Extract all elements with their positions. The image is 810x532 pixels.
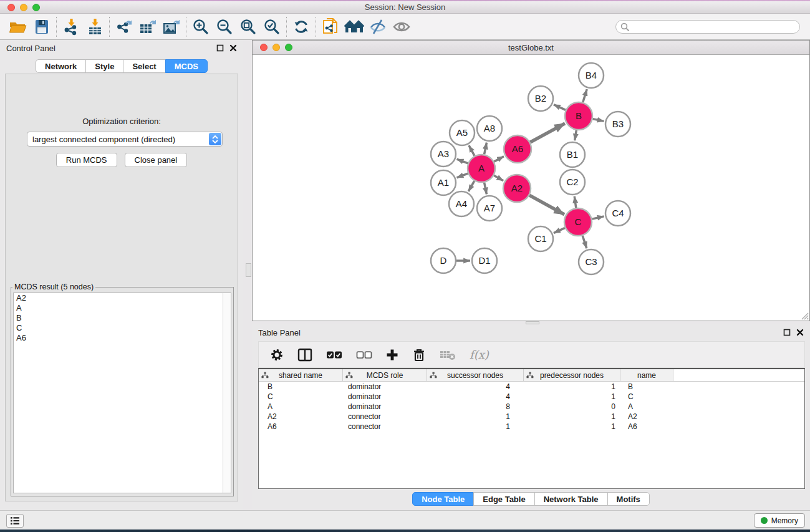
show-columns-button[interactable]	[297, 348, 312, 362]
import-network-button[interactable]	[59, 16, 83, 38]
maximize-network-button[interactable]	[285, 44, 292, 51]
table-row[interactable]: A2 connector 1 1 A2	[259, 412, 804, 422]
toolbar-separator	[286, 17, 287, 37]
close-network-button[interactable]	[260, 44, 268, 51]
task-history-button[interactable]	[6, 514, 24, 528]
search-field[interactable]	[615, 20, 800, 34]
float-panel-icon[interactable]	[216, 44, 224, 52]
graphics-details-button[interactable]	[366, 16, 390, 38]
list-item[interactable]: B	[14, 313, 231, 323]
edge-A-A1[interactable]	[457, 173, 468, 178]
criterion-dropdown[interactable]: largest connected component (directed)	[27, 132, 223, 147]
traffic-lights	[7, 4, 40, 11]
tab-node-table[interactable]: Node Table	[412, 492, 474, 506]
eye-icon	[392, 19, 411, 34]
edge-A-A5[interactable]	[469, 145, 475, 156]
edge-A-A2[interactable]	[494, 175, 503, 181]
edge-B-B4[interactable]	[583, 89, 587, 102]
column-header-name[interactable]: name	[620, 369, 673, 381]
close-panel-icon[interactable]	[229, 44, 237, 52]
tab-motifs[interactable]: Motifs	[607, 492, 650, 506]
list-item[interactable]: A	[14, 303, 231, 313]
export-image-button[interactable]	[160, 16, 183, 38]
table-row[interactable]: B dominator 4 1 B	[259, 382, 804, 392]
column-header-successor-nodes[interactable]: successor nodes	[427, 369, 524, 381]
network-traffic-lights	[260, 44, 292, 51]
float-panel-icon[interactable]	[783, 329, 791, 336]
zoom-selected-button[interactable]	[260, 16, 284, 38]
edge-A2-C[interactable]	[529, 195, 564, 215]
resize-grip-icon[interactable]	[800, 311, 809, 320]
column-header-predecessor-nodes[interactable]: predecessor nodes	[524, 369, 620, 381]
list-item[interactable]: A6	[14, 333, 231, 343]
edge-B-B3[interactable]	[593, 119, 604, 122]
export-network-button[interactable]	[112, 16, 136, 38]
delete-columns-button[interactable]	[412, 348, 426, 362]
edge-C-C1[interactable]	[554, 228, 565, 233]
table-settings-button[interactable]	[270, 348, 284, 362]
minimize-network-button[interactable]	[272, 44, 280, 51]
network-window-titlebar[interactable]: testGlobe.txt	[253, 41, 809, 55]
save-session-button[interactable]	[30, 16, 54, 38]
close-window-button[interactable]	[7, 4, 15, 11]
open-session-button[interactable]	[6, 16, 30, 38]
deselect-all-button[interactable]	[356, 351, 372, 359]
zoom-out-icon	[216, 18, 233, 36]
tab-network-table[interactable]: Network Table	[534, 492, 608, 506]
show-hide-panel-button[interactable]	[390, 16, 413, 38]
node-label-A7: A7	[484, 203, 495, 213]
network-canvas[interactable]: B4B2BB3A5A8A6A3B1AA1C2A2A4A7C4CC1C3DD1	[253, 56, 809, 321]
tab-edge-table[interactable]: Edge Table	[473, 492, 534, 506]
close-panel-button[interactable]: Close panel	[125, 153, 188, 167]
refresh-button[interactable]	[289, 16, 313, 38]
edge-A-A7[interactable]	[485, 183, 487, 195]
export-network-icon	[115, 18, 133, 36]
mcds-result-list[interactable]: A2 A B C A6	[13, 293, 231, 493]
delete-table-button[interactable]	[440, 349, 456, 360]
table-row[interactable]: A dominator 8 0 A	[259, 402, 804, 412]
columns-icon	[297, 348, 312, 362]
edge-C-C3[interactable]	[582, 236, 587, 248]
zoom-in-button[interactable]	[189, 16, 213, 38]
tab-select[interactable]: Select	[123, 59, 165, 73]
hierarchy-icon	[261, 372, 269, 379]
tab-mcds[interactable]: MCDS	[165, 59, 208, 73]
edge-B-B1[interactable]	[575, 130, 577, 141]
import-table-button[interactable]	[83, 16, 107, 38]
table-row[interactable]: C dominator 4 1 C	[259, 392, 804, 402]
edge-C-C2[interactable]	[574, 196, 576, 208]
edge-A-A4[interactable]	[468, 181, 474, 191]
column-header-shared-name[interactable]: shared name	[259, 369, 343, 381]
edge-B-B2[interactable]	[554, 105, 566, 110]
edge-A6-B[interactable]	[530, 123, 565, 142]
edge-A-A3[interactable]	[457, 159, 468, 163]
scrollbar-track[interactable]	[223, 293, 231, 493]
new-network-from-file-button[interactable]	[319, 16, 342, 38]
vertical-divider-handle[interactable]	[246, 263, 251, 277]
table-row[interactable]: A6 connector 1 1 A6	[259, 422, 804, 432]
search-input[interactable]	[630, 21, 799, 32]
list-item[interactable]: A2	[14, 293, 231, 303]
function-builder-button[interactable]: f(x)	[470, 348, 489, 361]
column-header-mcds-role[interactable]: MCDS role	[343, 369, 427, 381]
node-label-A2: A2	[511, 183, 523, 193]
memory-button[interactable]: Memory	[754, 513, 805, 528]
close-panel-icon[interactable]	[796, 329, 804, 336]
toolbar-separator	[56, 17, 57, 37]
zoom-out-button[interactable]	[213, 16, 236, 38]
home-view-button[interactable]	[342, 16, 366, 38]
zoom-fit-button[interactable]	[236, 16, 260, 38]
list-item[interactable]: C	[14, 323, 231, 333]
add-column-button[interactable]	[386, 349, 398, 361]
criterion-dropdown-value: largest connected component (directed)	[27, 135, 209, 144]
edge-C-C4[interactable]	[592, 216, 604, 219]
tab-style[interactable]: Style	[85, 59, 123, 73]
maximize-window-button[interactable]	[32, 4, 40, 11]
run-mcds-button[interactable]: Run MCDS	[56, 153, 117, 167]
edge-A-A8[interactable]	[485, 143, 487, 155]
edge-A-A6[interactable]	[494, 157, 504, 162]
export-table-button[interactable]	[136, 16, 160, 38]
tab-network[interactable]: Network	[36, 59, 86, 73]
select-all-button[interactable]	[326, 351, 342, 359]
minimize-window-button[interactable]	[20, 4, 27, 11]
